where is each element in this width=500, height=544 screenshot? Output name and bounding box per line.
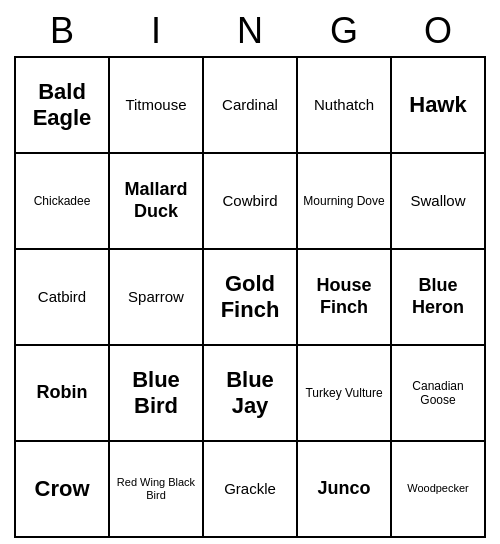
cell-text-r2-c2: Gold Finch: [208, 271, 292, 324]
cell-r0-c2: Cardinal: [204, 58, 298, 154]
cell-text-r4-c4: Woodpecker: [407, 482, 469, 495]
bingo-letter-o: O: [391, 10, 485, 52]
cell-r1-c4: Swallow: [392, 154, 486, 250]
cell-text-r0-c0: Bald Eagle: [20, 79, 104, 132]
cell-r4-c2: Grackle: [204, 442, 298, 538]
cell-text-r3-c4: Canadian Goose: [396, 379, 480, 408]
cell-text-r3-c3: Turkey Vulture: [305, 386, 382, 400]
cell-text-r0-c3: Nuthatch: [314, 96, 374, 114]
bingo-letter-n: N: [203, 10, 297, 52]
cell-r3-c2: Blue Jay: [204, 346, 298, 442]
cell-r3-c3: Turkey Vulture: [298, 346, 392, 442]
cell-r0-c0: Bald Eagle: [16, 58, 110, 154]
cell-r1-c0: Chickadee: [16, 154, 110, 250]
cell-text-r3-c2: Blue Jay: [208, 367, 292, 420]
cell-r1-c2: Cowbird: [204, 154, 298, 250]
cell-r3-c1: Blue Bird: [110, 346, 204, 442]
cell-r0-c1: Titmouse: [110, 58, 204, 154]
bingo-letter-b: B: [15, 10, 109, 52]
cell-text-r3-c0: Robin: [37, 382, 88, 404]
cell-text-r3-c1: Blue Bird: [114, 367, 198, 420]
bingo-letter-g: G: [297, 10, 391, 52]
cell-r1-c3: Mourning Dove: [298, 154, 392, 250]
bingo-grid: Bald EagleTitmouseCardinalNuthatchHawkCh…: [14, 56, 486, 538]
cell-r2-c1: Sparrow: [110, 250, 204, 346]
cell-text-r0-c4: Hawk: [409, 92, 466, 118]
cell-r4-c3: Junco: [298, 442, 392, 538]
cell-r3-c4: Canadian Goose: [392, 346, 486, 442]
cell-text-r1-c4: Swallow: [410, 192, 465, 210]
cell-r2-c3: House Finch: [298, 250, 392, 346]
cell-text-r4-c1: Red Wing Black Bird: [114, 476, 198, 502]
cell-text-r4-c2: Grackle: [224, 480, 276, 498]
cell-text-r0-c2: Cardinal: [222, 96, 278, 114]
cell-r1-c1: Mallard Duck: [110, 154, 204, 250]
cell-r4-c1: Red Wing Black Bird: [110, 442, 204, 538]
cell-r4-c0: Crow: [16, 442, 110, 538]
bingo-title: BINGO: [15, 10, 485, 52]
cell-text-r2-c3: House Finch: [302, 275, 386, 318]
cell-r0-c3: Nuthatch: [298, 58, 392, 154]
cell-text-r1-c1: Mallard Duck: [114, 179, 198, 222]
cell-text-r2-c1: Sparrow: [128, 288, 184, 306]
cell-text-r4-c3: Junco: [317, 478, 370, 500]
cell-r4-c4: Woodpecker: [392, 442, 486, 538]
cell-r2-c4: Blue Heron: [392, 250, 486, 346]
cell-r2-c2: Gold Finch: [204, 250, 298, 346]
cell-text-r0-c1: Titmouse: [125, 96, 186, 114]
bingo-letter-i: I: [109, 10, 203, 52]
cell-r3-c0: Robin: [16, 346, 110, 442]
cell-text-r1-c2: Cowbird: [222, 192, 277, 210]
cell-text-r1-c3: Mourning Dove: [303, 194, 384, 208]
cell-text-r2-c4: Blue Heron: [396, 275, 480, 318]
cell-text-r4-c0: Crow: [35, 476, 90, 502]
cell-text-r1-c0: Chickadee: [34, 194, 91, 208]
cell-r0-c4: Hawk: [392, 58, 486, 154]
cell-r2-c0: Catbird: [16, 250, 110, 346]
cell-text-r2-c0: Catbird: [38, 288, 86, 306]
